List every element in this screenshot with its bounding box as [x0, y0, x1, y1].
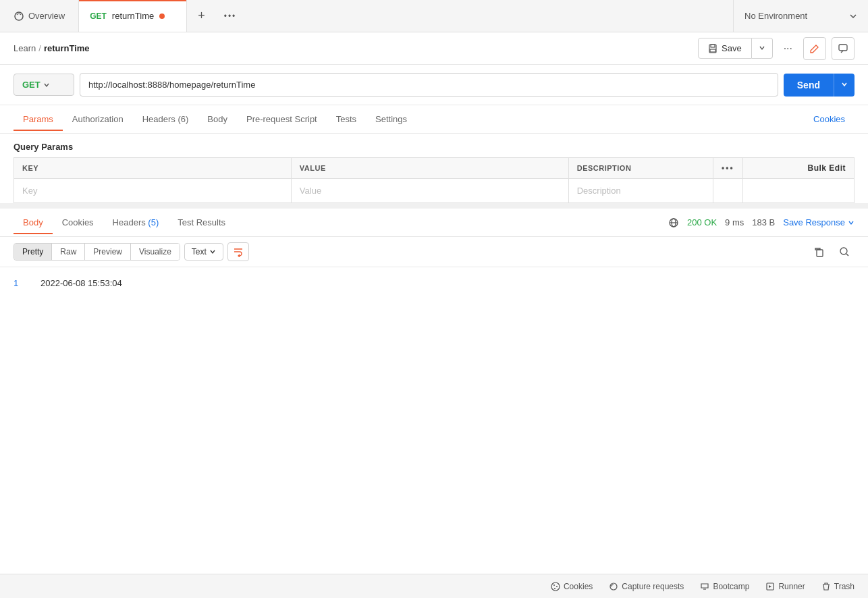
search-response-button[interactable] [834, 242, 855, 261]
environment-selector[interactable]: No Environment [733, 0, 868, 32]
response-time: 9 ms [725, 217, 744, 227]
resp-tab-test-results[interactable]: Test Results [168, 211, 235, 234]
status-code: 200 OK [687, 217, 717, 227]
tab-body[interactable]: Body [198, 107, 237, 131]
tab-overview[interactable]: Overview [0, 0, 79, 32]
url-bar: GET Send [0, 65, 868, 105]
tab-authorization[interactable]: Authorization [63, 107, 133, 131]
resp-tab-headers[interactable]: Headers (5) [103, 211, 169, 234]
params-table: KEY VALUE DESCRIPTION Bulk Edit Key [13, 157, 855, 203]
send-label: Send [797, 80, 820, 90]
breadcrumb-current: returnTime [44, 43, 90, 53]
bottom-capture-requests[interactable]: Capture requests [609, 582, 684, 591]
tabs-more-button[interactable] [216, 0, 245, 32]
globe-icon [668, 217, 679, 228]
tab-pre-request-script[interactable]: Pre-request Script [237, 107, 327, 131]
param-placeholder-row: Key Value Description [14, 179, 855, 203]
svg-rect-3 [710, 49, 715, 52]
row-actions [713, 179, 743, 203]
actions-header [713, 158, 743, 179]
resp-tab-body[interactable]: Body [13, 211, 53, 234]
bottom-bootcamp[interactable]: Bootcamp [700, 582, 749, 591]
format-actions [809, 242, 855, 261]
response-tabs-bar: Body Cookies Headers (5) Test Results 20… [0, 209, 868, 237]
chevron-down-icon [849, 12, 857, 20]
table-options-icon[interactable] [722, 164, 734, 172]
resp-tab-cookies[interactable]: Cookies [53, 211, 103, 234]
edit-button[interactable] [803, 37, 826, 60]
method-chevron-icon [43, 82, 50, 88]
description-cell[interactable]: Description [568, 179, 713, 203]
breadcrumb-bar: Learn / returnTime Save ··· [0, 32, 868, 65]
save-icon [708, 44, 717, 53]
save-button[interactable]: Save [698, 38, 752, 59]
format-raw[interactable]: Raw [52, 244, 85, 260]
tab-headers[interactable]: Headers (6) [133, 107, 198, 131]
comment-icon [838, 44, 848, 53]
bulk-edit-header[interactable]: Bulk Edit [742, 158, 854, 179]
wrap-icon [233, 246, 244, 257]
tab-bar: Overview GET returnTime + No Environment [0, 0, 868, 32]
format-visualize[interactable]: Visualize [131, 244, 180, 260]
new-tab-button[interactable]: + [187, 0, 216, 32]
breadcrumb-more-button[interactable]: ··· [778, 40, 798, 57]
format-preview[interactable]: Preview [85, 244, 131, 260]
tab-request[interactable]: GET returnTime [79, 0, 187, 32]
overview-label: Overview [28, 11, 65, 21]
trash-icon [821, 582, 831, 591]
request-tabs: Params Authorization Headers (6) Body Pr… [0, 105, 868, 134]
text-chevron-icon [209, 248, 216, 255]
send-button[interactable]: Send [784, 74, 834, 97]
svg-point-14 [554, 588, 555, 589]
bootcamp-icon [700, 582, 709, 591]
value-cell[interactable]: Value [291, 179, 568, 203]
runner-icon [765, 582, 775, 591]
breadcrumb: Learn / returnTime [13, 43, 90, 53]
text-type-selector[interactable]: Text [184, 243, 223, 261]
save-dropdown-icon [759, 45, 765, 51]
key-header: KEY [14, 158, 292, 179]
copy-response-button[interactable] [809, 242, 829, 261]
send-dropdown-button[interactable] [834, 74, 855, 97]
method-select[interactable]: GET [13, 74, 74, 96]
line-number: 1 [13, 278, 27, 288]
breadcrumb-parent[interactable]: Learn [13, 43, 36, 53]
svg-rect-2 [711, 45, 715, 47]
cookies-icon [551, 582, 560, 591]
svg-point-13 [556, 586, 558, 587]
svg-point-11 [551, 582, 560, 591]
row-bulk [742, 179, 854, 203]
tab-settings[interactable]: Settings [366, 107, 416, 131]
tab-params[interactable]: Params [13, 107, 63, 131]
breadcrumb-separator: / [38, 43, 41, 53]
wrap-button[interactable] [227, 242, 249, 261]
overview-icon [13, 11, 24, 22]
value-header: VALUE [291, 158, 568, 179]
response-line-1: 1 2022-06-08 15:53:04 [13, 278, 855, 288]
save-response-button[interactable]: Save Response [783, 217, 855, 227]
send-button-group: Send [784, 74, 855, 97]
query-params-section: Query Params KEY VALUE DESCRIPTION Bulk … [0, 134, 868, 203]
response-area: Body Cookies Headers (5) Test Results 20… [0, 203, 868, 574]
tab-cookies-link[interactable]: Cookies [804, 107, 855, 131]
key-cell[interactable]: Key [14, 179, 292, 203]
save-response-chevron-icon [848, 219, 855, 226]
url-input[interactable] [80, 73, 778, 97]
bottom-cookies[interactable]: Cookies [551, 582, 593, 591]
comment-button[interactable] [832, 37, 855, 60]
svg-point-9 [840, 248, 847, 254]
svg-rect-4 [839, 45, 847, 51]
bottom-trash[interactable]: Trash [821, 582, 855, 591]
send-chevron-icon [841, 81, 848, 88]
save-dropdown-button[interactable] [752, 38, 773, 59]
save-label: Save [722, 43, 742, 53]
copy-icon [813, 246, 824, 257]
svg-point-12 [553, 585, 555, 586]
format-pretty[interactable]: Pretty [14, 244, 52, 260]
response-content: 1 2022-06-08 15:53:04 [0, 267, 868, 574]
tab-tests[interactable]: Tests [327, 107, 366, 131]
bottom-runner[interactable]: Runner [765, 582, 805, 591]
tab-request-name: returnTime [112, 11, 154, 21]
response-size: 183 B [752, 217, 775, 227]
line-text: 2022-06-08 15:53:04 [40, 278, 122, 288]
